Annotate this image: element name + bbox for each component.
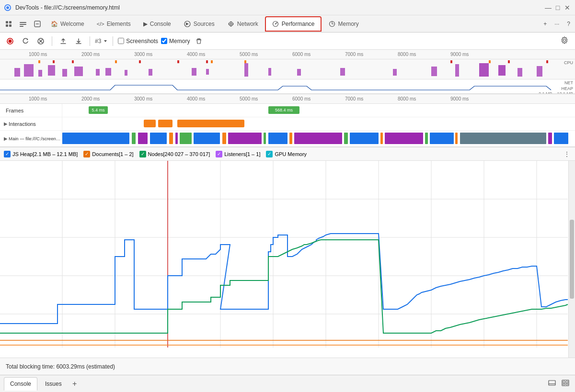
bottom-tab-issues[interactable]: Issues <box>39 378 68 390</box>
bottom-right-controls <box>546 377 571 391</box>
svg-rect-4 <box>9 21 12 23</box>
main-expand-icon[interactable]: ▶ <box>4 136 8 141</box>
delete-recording-button[interactable] <box>193 36 205 46</box>
bottom-tab-console[interactable]: Console <box>4 377 37 391</box>
tab-memory-label: Memory <box>338 21 359 27</box>
welcome-icon: 🏠 <box>51 21 58 27</box>
svg-rect-75 <box>180 133 192 144</box>
memory-checkbox[interactable]: Memory <box>161 38 190 45</box>
svg-rect-9 <box>20 26 23 27</box>
main-thread-chart <box>62 131 570 146</box>
js-heap-checkbox[interactable]: ✓ <box>4 151 11 157</box>
tick2-7000: 7000 ms <box>345 96 363 101</box>
interactions-label: Interactions <box>9 121 36 127</box>
tab-sources[interactable]: Sources <box>178 17 220 31</box>
svg-rect-60 <box>206 60 208 63</box>
tab-bar: 🏠 Welcome </> Elements ▶ Console Sources… <box>0 15 575 33</box>
refresh-button[interactable] <box>19 36 32 46</box>
screenshots-checkbox[interactable]: Screenshots <box>118 38 158 45</box>
clear-button[interactable] <box>34 36 47 46</box>
svg-rect-86 <box>385 133 423 144</box>
tab-sources-label: Sources <box>194 21 215 27</box>
legend-documents[interactable]: ✓ Documents[1 – 2] <box>83 151 133 157</box>
svg-rect-58 <box>139 60 141 63</box>
flamechart-section: 1000 ms 2000 ms 3000 ms 4000 ms 5000 ms … <box>0 94 575 147</box>
tab-welcome[interactable]: 🏠 Welcome <box>45 18 90 30</box>
more-tabs-button[interactable]: ··· <box>552 19 562 29</box>
memory-check[interactable] <box>161 38 167 44</box>
tab-performance[interactable]: Performance <box>265 16 322 32</box>
svg-rect-82 <box>294 133 342 144</box>
minimize-button[interactable]: — <box>544 4 552 11</box>
svg-rect-89 <box>455 133 458 144</box>
svg-rect-66 <box>211 60 213 63</box>
svg-rect-76 <box>194 133 220 144</box>
tick-2000: 2000 ms <box>81 52 100 57</box>
legend-more-button[interactable]: ⋮ <box>564 150 570 158</box>
tab-console[interactable]: ▶ Console <box>138 18 177 30</box>
tab-network[interactable]: Network <box>221 17 264 31</box>
gpu-memory-checkbox[interactable]: ✓ <box>266 151 273 157</box>
toolbar-divider-1 <box>52 36 52 46</box>
dock-button[interactable] <box>546 377 558 391</box>
elements-icon: </> <box>97 21 104 27</box>
legend-js-heap[interactable]: ✓ JS Heap[2.1 MB – 12.1 MB] <box>4 151 78 157</box>
maximize-button[interactable]: □ <box>554 4 562 11</box>
help-button[interactable]: ? <box>564 19 573 29</box>
legend-nodes[interactable]: ✓ Nodes[240 027 – 370 017] <box>139 151 210 157</box>
upload-button[interactable] <box>57 36 69 46</box>
tab-icon-1[interactable] <box>2 18 15 30</box>
total-blocking-time: Total blocking time: 6003.29ms (estimate… <box>6 363 115 370</box>
tab-memory[interactable]: Memory <box>322 17 365 31</box>
svg-rect-61 <box>450 60 452 63</box>
svg-rect-52 <box>479 63 489 77</box>
screenshots-check[interactable] <box>118 38 124 44</box>
svg-rect-74 <box>175 133 178 144</box>
tab-elements[interactable]: </> Elements <box>91 18 137 30</box>
svg-rect-92 <box>554 133 568 144</box>
svg-rect-38 <box>74 67 83 76</box>
sources-icon <box>184 20 191 28</box>
memory-legend: ✓ JS Heap[2.1 MB – 12.1 MB] ✓ Documents[… <box>0 147 575 161</box>
download-button[interactable] <box>72 36 85 46</box>
record-button[interactable] <box>4 36 16 46</box>
memory-chart <box>0 161 575 358</box>
toolbar-right <box>558 35 571 47</box>
toolbar-divider-3 <box>113 36 113 46</box>
settings-button[interactable] <box>558 35 571 47</box>
svg-rect-41 <box>125 70 127 76</box>
svg-rect-67 <box>244 60 246 63</box>
add-bottom-tab-button[interactable]: + <box>69 379 80 389</box>
svg-rect-50 <box>431 67 437 76</box>
tick2-5000: 5000 ms <box>240 96 258 101</box>
fullscreen-button[interactable] <box>560 377 571 391</box>
tab-icon-3[interactable] <box>31 18 44 30</box>
documents-checkbox[interactable]: ✓ <box>83 151 90 157</box>
svg-rect-62 <box>508 60 510 63</box>
documents-label: Documents[1 – 2] <box>92 151 133 157</box>
tick-6000: 6000 ms <box>292 52 310 57</box>
tab-network-label: Network <box>237 21 258 27</box>
cpu-label: CPU <box>564 60 573 65</box>
network-icon <box>227 20 235 28</box>
scrollbar-thumb[interactable] <box>570 220 574 298</box>
frame-chip-2: 568.4 ms <box>268 106 299 114</box>
svg-rect-44 <box>206 69 209 75</box>
frame-chip-1: 5.4 ms <box>89 106 108 114</box>
svg-rect-54 <box>518 68 522 77</box>
svg-rect-115 <box>566 383 568 385</box>
tab-console-label: Console <box>150 21 171 27</box>
interactions-expand-icon[interactable]: ▶ <box>4 121 8 126</box>
close-button[interactable]: ✕ <box>564 4 571 11</box>
chart-scrollbar[interactable] <box>568 161 575 358</box>
frames-label-container: Frames <box>0 104 62 117</box>
legend-listeners[interactable]: ✓ Listeners[1 – 1] <box>216 151 260 157</box>
js-heap-label: JS Heap[2.1 MB – 12.1 MB] <box>12 151 78 157</box>
legend-gpu-memory[interactable]: ✓ GPU Memory <box>266 151 307 157</box>
nodes-checkbox[interactable]: ✓ <box>139 151 146 157</box>
tab-icon-2[interactable] <box>16 18 30 30</box>
window-controls: — □ ✕ <box>544 4 571 11</box>
listeners-checkbox[interactable]: ✓ <box>216 151 222 157</box>
gpu-memory-label: GPU Memory <box>275 151 307 157</box>
add-tab-button[interactable]: + <box>540 19 550 29</box>
